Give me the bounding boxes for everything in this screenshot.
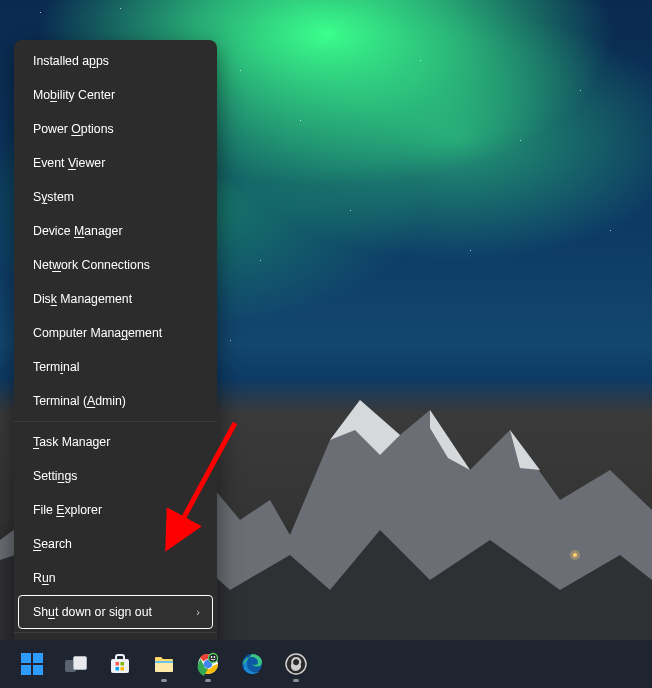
- svg-rect-3: [111, 659, 129, 673]
- search-item[interactable]: Search: [18, 527, 213, 561]
- run-item[interactable]: Run: [18, 561, 213, 595]
- event-viewer-item[interactable]: Event Viewer: [18, 146, 213, 180]
- svg-rect-5: [121, 662, 125, 666]
- menu-item-label: Settings: [33, 468, 77, 484]
- mobility-center-item[interactable]: Mobility Center: [18, 78, 213, 112]
- store-icon: [108, 652, 132, 676]
- chevron-right-icon: ›: [196, 604, 200, 620]
- system-item[interactable]: System: [18, 180, 213, 214]
- menu-item-label: Event Viewer: [33, 155, 105, 171]
- start-context-menu: Installed appsMobility CenterPower Optio…: [14, 40, 217, 674]
- windows-logo-icon: [21, 653, 43, 675]
- task-view-button[interactable]: [54, 644, 98, 684]
- menu-item-label: File Explorer: [33, 502, 102, 518]
- menu-item-label: Installed apps: [33, 53, 109, 69]
- menu-item-label: Terminal (Admin): [33, 393, 126, 409]
- microsoft-store-button[interactable]: [98, 644, 142, 684]
- menu-item-label: System: [33, 189, 74, 205]
- disk-management-item[interactable]: Disk Management: [18, 282, 213, 316]
- network-connections-item[interactable]: Network Connections: [18, 248, 213, 282]
- folder-icon: [152, 652, 176, 676]
- terminal-item[interactable]: Terminal: [18, 350, 213, 384]
- computer-management-item[interactable]: Computer Management: [18, 316, 213, 350]
- menu-item-label: Shut down or sign out: [33, 604, 152, 620]
- edge-icon: [240, 652, 264, 676]
- shut-down-or-sign-out-item[interactable]: Shut down or sign out›: [18, 595, 213, 629]
- svg-point-15: [214, 656, 216, 658]
- svg-rect-7: [121, 667, 125, 671]
- menu-separator: [14, 632, 217, 633]
- microsoft-edge-button[interactable]: [230, 644, 274, 684]
- svg-rect-6: [116, 667, 120, 671]
- menu-item-label: Device Manager: [33, 223, 123, 239]
- terminal-admin-item[interactable]: Terminal (Admin): [18, 384, 213, 418]
- menu-item-label: Task Manager: [33, 434, 110, 450]
- installed-apps-item[interactable]: Installed apps: [18, 44, 213, 78]
- svg-point-13: [209, 654, 218, 663]
- obs-icon: [284, 652, 308, 676]
- menu-separator: [14, 421, 217, 422]
- menu-item-label: Disk Management: [33, 291, 132, 307]
- menu-item-label: Terminal: [33, 359, 79, 375]
- taskbar: [0, 640, 652, 688]
- start-button[interactable]: [10, 644, 54, 684]
- svg-rect-9: [155, 661, 173, 663]
- menu-item-label: Run: [33, 570, 56, 586]
- task-view-icon: [65, 656, 87, 672]
- device-manager-item[interactable]: Device Manager: [18, 214, 213, 248]
- svg-point-1: [570, 550, 580, 560]
- task-manager-item[interactable]: Task Manager: [18, 425, 213, 459]
- settings-item[interactable]: Settings: [18, 459, 213, 493]
- menu-item-label: Power Options: [33, 121, 114, 137]
- menu-item-label: Network Connections: [33, 257, 150, 273]
- google-chrome-button[interactable]: [186, 644, 230, 684]
- menu-item-label: Mobility Center: [33, 87, 115, 103]
- chrome-icon: [196, 652, 220, 676]
- svg-rect-4: [116, 662, 120, 666]
- menu-item-label: Search: [33, 536, 72, 552]
- obs-studio-button[interactable]: [274, 644, 318, 684]
- svg-point-14: [211, 656, 213, 658]
- menu-item-label: Computer Management: [33, 325, 162, 341]
- file-explorer-item[interactable]: File Explorer: [18, 493, 213, 527]
- power-options-item[interactable]: Power Options: [18, 112, 213, 146]
- file-explorer-button[interactable]: [142, 644, 186, 684]
